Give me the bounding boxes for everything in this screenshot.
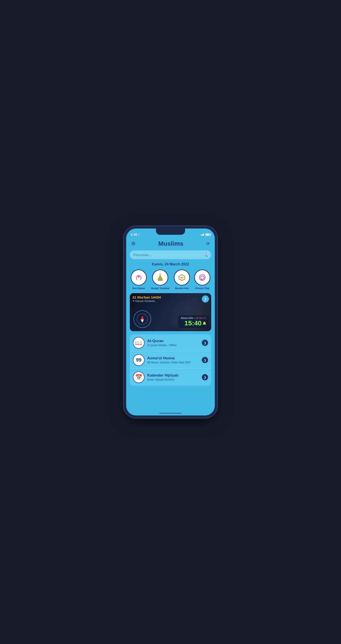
time-display: 1:39 (131, 233, 137, 236)
masjid-terdekat-label: Masjid Terdekat (151, 287, 169, 290)
compass-needle-bottom (141, 320, 144, 323)
notch (156, 228, 185, 235)
list-section: 📖 Al-Quran Al Quran Mobile - Offline ❯ 9… (130, 334, 211, 386)
kaaba-icon (178, 273, 186, 282)
app-title: Muslims (158, 240, 183, 247)
menu-item-masjid-terdekat[interactable]: Masjid Terdekat (151, 270, 169, 290)
search-placeholder: Pencarian... (133, 253, 151, 257)
svg-rect-4 (160, 279, 161, 281)
al-quran-arrow[interactable]: ❯ (202, 340, 208, 346)
search-bar[interactable]: Pencarian... 🔍 (130, 250, 211, 259)
kalender-hijriyah-title: Kalender Hijriyah (147, 373, 199, 378)
status-time: 1:39 ↗ (131, 233, 139, 236)
svg-point-2 (160, 274, 161, 275)
compass-needle-top (141, 316, 144, 320)
hijri-date: 21 Sha'ban 1443H (132, 296, 209, 299)
prayer-countdown: (-02:00:17) (194, 317, 206, 319)
prayer-location: ✈ Gianyar Kenderan (132, 300, 209, 302)
compass-inner-ring (137, 314, 148, 325)
svg-rect-9 (181, 277, 183, 278)
private-chat-label: Private Chat (195, 287, 209, 290)
prayer-time-display: 15:40 (184, 319, 202, 327)
settings-icon[interactable]: ⚙ (131, 241, 136, 247)
quran-book-icon: 📖 (135, 340, 142, 346)
private-chat-icon-circle (194, 270, 210, 286)
mosque-icon (156, 273, 164, 282)
al-quran-icon: 📖 (133, 337, 145, 348)
menu-item-doa-harian[interactable]: Doa Harian (131, 270, 147, 290)
phone-frame: 1:39 ↗ ⚙ Muslims ⟳ Penca (124, 226, 217, 418)
chat-bubble-icon (198, 273, 206, 282)
date-display: Kamis, 24 March 2022 (126, 262, 215, 266)
kalender-hijriyah-subtitle: Bulan Hijriyah Muslims (147, 378, 199, 381)
svg-rect-5 (158, 278, 159, 280)
search-icon: 🔍 (203, 253, 208, 257)
asmaul-number-display: 99 (136, 357, 141, 363)
svg-rect-6 (161, 278, 162, 280)
compass-outer-ring (133, 310, 151, 328)
asmaul-husna-icon: 99 (133, 354, 145, 366)
asmaul-husna-arrow[interactable]: ❯ (202, 357, 208, 363)
kalender-hijriyah-arrow[interactable]: ❯ (202, 374, 208, 380)
location-arrow-icon: ↗ (138, 234, 139, 236)
al-quran-subtitle: Al Quran Mobile - Offline (147, 344, 199, 347)
list-item-al-quran[interactable]: 📖 Al-Quran Al Quran Mobile - Offline ❯ (130, 334, 211, 352)
prayer-bell-icon: 🔔 (202, 321, 206, 325)
prayer-compass (133, 310, 151, 328)
asmaul-husna-subtitle: 99 Nama, Sebutan, Gelar Allah SWT (147, 361, 199, 364)
muslim-info-label: Muslim Info (175, 287, 189, 290)
al-quran-text: Al-Quran Al Quran Mobile - Offline (147, 339, 199, 347)
kalender-hijriyah-icon: 📅 (133, 372, 145, 383)
status-icons (201, 234, 210, 236)
al-quran-title: Al-Quran (147, 339, 199, 343)
asmaul-husna-text: Asma'ul Husna 99 Nama, Sebutan, Gelar Al… (147, 356, 199, 364)
home-indicator (159, 413, 182, 414)
doa-harian-icon-circle (131, 270, 147, 286)
prayer-time-box: Adzan Ashr (-02:00:17) 15:40 🔔 (178, 315, 209, 328)
history-icon[interactable]: ⟳ (206, 241, 210, 246)
list-item-kalender-hijriyah[interactable]: 📅 Kalender Hijriyah Bulan Hijriyah Musli… (130, 369, 211, 386)
hands-prayer-icon (135, 274, 143, 282)
prayer-next-button[interactable]: ❯ (202, 296, 209, 302)
compass-needle-container (141, 316, 144, 323)
doa-harian-label: Doa Harian (132, 287, 145, 290)
phone-screen: 1:39 ↗ ⚙ Muslims ⟳ Penca (126, 228, 215, 416)
menu-item-muslim-info[interactable]: Muslim Info (174, 270, 190, 290)
battery-icon (205, 234, 210, 236)
menu-item-private-chat[interactable]: Private Chat (194, 270, 210, 290)
wifi-icon (201, 234, 204, 236)
list-item-asmaul-husna[interactable]: 99 Asma'ul Husna 99 Nama, Sebutan, Gelar… (130, 352, 211, 369)
asmaul-husna-title: Asma'ul Husna (147, 356, 199, 360)
kalender-hijriyah-text: Kalender Hijriyah Bulan Hijriyah Muslims (147, 373, 199, 381)
prayer-name: Adzan Ashr (181, 317, 193, 319)
quick-menu: Doa Harian Masjid Terdekat (126, 270, 215, 290)
app-header: ⚙ Muslims ⟳ (126, 238, 215, 250)
masjid-terdekat-icon-circle (152, 270, 168, 286)
calendar-icon: 📅 (135, 374, 142, 381)
prayer-content: 21 Sha'ban 1443H ✈ Gianyar Kenderan ❯ (130, 293, 211, 331)
prayer-card[interactable]: 21 Sha'ban 1443H ✈ Gianyar Kenderan ❯ (130, 293, 211, 331)
svg-rect-1 (159, 277, 162, 278)
muslim-info-icon-circle (174, 270, 190, 286)
